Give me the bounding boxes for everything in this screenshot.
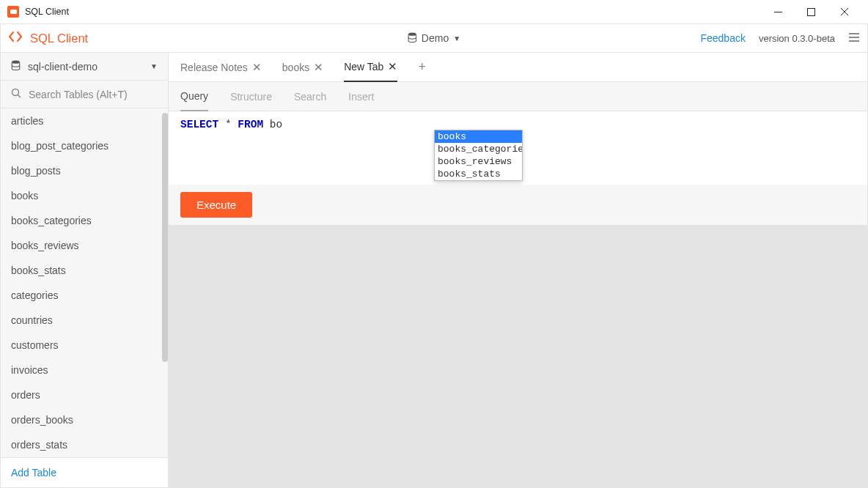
content-area: Release Notes✕books✕New Tab✕+ QueryStruc… — [169, 53, 867, 487]
connection-selector[interactable]: sql-client-demo ▼ — [1, 53, 168, 81]
autocomplete-item[interactable]: books_reviews — [435, 155, 522, 168]
table-item[interactable]: countries — [1, 308, 168, 333]
tab-label: books — [282, 62, 309, 73]
add-table-button[interactable]: Add Table — [1, 457, 168, 487]
tab[interactable]: New Tab✕ — [344, 53, 397, 82]
database-icon — [11, 60, 21, 73]
table-item[interactable]: invoices — [1, 358, 168, 382]
autocomplete-item[interactable]: books — [435, 130, 522, 143]
feedback-link[interactable]: Feedback — [700, 32, 745, 44]
table-item[interactable]: books_reviews — [1, 233, 168, 258]
caret-down-icon: ▼ — [150, 62, 158, 70]
topbar: SQL Client Demo ▼ Feedback version 0.3.0… — [0, 23, 868, 53]
execute-row: Execute — [169, 185, 867, 225]
brand-name: SQL Client — [30, 32, 88, 45]
version-label: version 0.3.0-beta — [759, 33, 835, 44]
database-selector[interactable]: Demo ▼ — [408, 32, 460, 45]
autocomplete-item[interactable]: books_stats — [435, 168, 522, 180]
tab-label: New Tab — [344, 61, 383, 73]
autocomplete-popup[interactable]: booksbooks_categoriesbooks_reviewsbooks_… — [434, 130, 523, 181]
table-item[interactable]: books_categories — [1, 208, 168, 233]
sql-editor[interactable]: SELECT * FROM bo booksbooks_categoriesbo… — [169, 111, 867, 185]
tab[interactable]: Release Notes✕ — [180, 53, 262, 82]
window-titlebar: SQL Client — [0, 0, 868, 23]
close-icon[interactable]: ✕ — [314, 61, 323, 74]
code-icon — [8, 31, 23, 45]
window-close-button[interactable] — [828, 0, 861, 23]
table-item[interactable]: categories — [1, 283, 168, 308]
scrollbar[interactable] — [162, 113, 168, 362]
table-item[interactable]: orders_books — [1, 407, 168, 432]
sql-keyword-select: SELECT — [180, 119, 218, 130]
svg-point-4 — [408, 32, 416, 35]
search-tables[interactable]: Search Tables (Alt+T) — [1, 81, 168, 108]
table-item[interactable]: articles — [1, 108, 168, 133]
tables-list[interactable]: articlesblog_post_categoriesblog_postsbo… — [1, 108, 168, 457]
table-item[interactable]: orders — [1, 382, 168, 407]
svg-point-9 — [12, 89, 19, 96]
svg-point-8 — [12, 60, 20, 63]
autocomplete-item[interactable]: books_categories — [435, 143, 522, 155]
subtab-structure[interactable]: Structure — [230, 82, 272, 111]
tab-label: Release Notes — [180, 62, 248, 73]
close-icon[interactable]: ✕ — [388, 60, 397, 73]
new-tab-button[interactable]: + — [418, 59, 426, 75]
table-item[interactable]: books — [1, 183, 168, 208]
table-item[interactable]: blog_post_categories — [1, 133, 168, 158]
database-icon — [408, 32, 417, 45]
window-minimize-button[interactable] — [762, 0, 795, 23]
tab[interactable]: books✕ — [282, 53, 323, 82]
search-placeholder: Search Tables (Alt+T) — [29, 89, 128, 100]
subtab-query[interactable]: Query — [180, 82, 208, 111]
table-item[interactable]: orders_stats — [1, 432, 168, 457]
sql-star: * — [218, 119, 238, 130]
tabs-row: Release Notes✕books✕New Tab✕+ — [169, 53, 867, 82]
brand[interactable]: SQL Client — [8, 31, 88, 45]
close-icon[interactable]: ✕ — [252, 61, 262, 74]
svg-line-10 — [18, 95, 21, 98]
connection-name: sql-client-demo — [28, 61, 98, 73]
execute-button[interactable]: Execute — [180, 192, 252, 218]
table-item[interactable]: books_stats — [1, 258, 168, 283]
subtab-search[interactable]: Search — [294, 82, 326, 111]
results-area — [169, 225, 867, 487]
table-item[interactable]: blog_posts — [1, 158, 168, 183]
window-title: SQL Client — [25, 7, 69, 17]
database-name: Demo — [422, 32, 449, 44]
table-item[interactable]: customers — [1, 333, 168, 358]
sql-typed: bo — [263, 119, 282, 130]
sidebar: sql-client-demo ▼ Search Tables (Alt+T) … — [1, 53, 169, 487]
subtabs-row: QueryStructureSearchInsert — [169, 82, 867, 111]
app-icon — [7, 6, 19, 18]
menu-button[interactable] — [848, 32, 860, 45]
search-icon — [11, 88, 21, 100]
svg-rect-1 — [808, 8, 815, 15]
subtab-insert[interactable]: Insert — [348, 82, 374, 111]
caret-down-icon: ▼ — [453, 34, 460, 42]
sql-keyword-from: FROM — [238, 119, 263, 130]
window-maximize-button[interactable] — [795, 0, 828, 23]
